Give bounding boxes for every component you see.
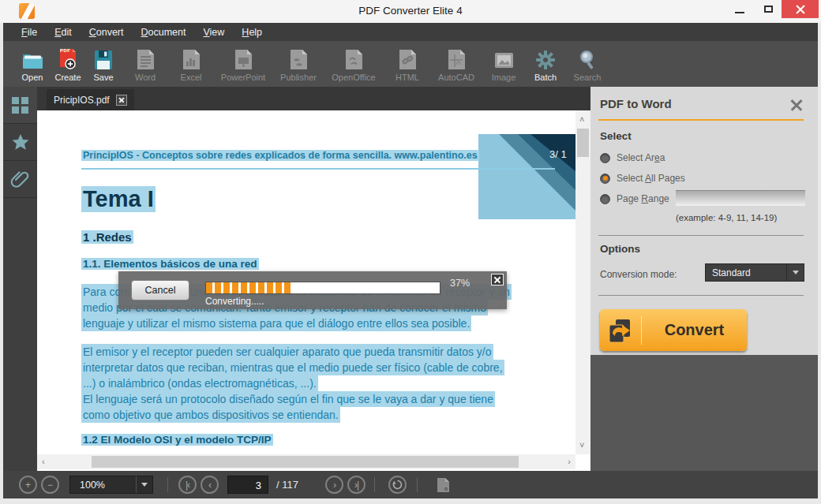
panel-content: PDF to Word Select Select Area Select Al… xyxy=(590,87,818,355)
horizontal-scrollbar[interactable]: ‹ › xyxy=(37,454,575,469)
dropdown-arrow[interactable] xyxy=(786,264,804,281)
status-separator xyxy=(167,477,168,492)
page-range-label: Page Range xyxy=(617,193,669,204)
openoffice-label: OpenOffice xyxy=(332,73,375,82)
page-range-input[interactable] xyxy=(676,190,805,206)
zoom-level-dropdown[interactable]: 100% xyxy=(69,476,153,494)
word-doc-icon xyxy=(137,47,155,70)
search-label: Search xyxy=(574,73,602,82)
pdf-viewport: 3/ 1 PrincipIOS - Conceptos sobre redes … xyxy=(37,110,590,471)
vertical-scroll-thumb[interactable] xyxy=(577,129,589,157)
word-label: Word xyxy=(135,73,156,82)
publisher-label: Publisher xyxy=(280,73,317,82)
rotate-page-button[interactable] xyxy=(388,476,407,494)
menu-bar: File Edit Convert Document View Help xyxy=(3,23,818,41)
scroll-down-icon[interactable]: ˅ xyxy=(579,441,584,450)
select-area-radio[interactable] xyxy=(600,153,610,163)
conversion-mode-dropdown[interactable]: Standard xyxy=(705,263,804,282)
attachments-panel-button[interactable] xyxy=(3,161,37,198)
scroll-left-icon[interactable]: ‹ xyxy=(42,457,45,466)
open-folder-icon xyxy=(21,47,43,70)
excel-doc-icon xyxy=(182,47,201,70)
powerpoint-button: PowerPoint xyxy=(213,47,273,87)
excel-label: Excel xyxy=(181,73,202,82)
zoom-out-button[interactable]: − xyxy=(41,476,59,494)
zoom-level-value: 100% xyxy=(70,480,136,491)
conversion-progress-dialog: Cancel 37% Converting..... xyxy=(118,271,507,309)
menu-convert[interactable]: Convert xyxy=(81,25,133,39)
previous-page-button[interactable]: ‹ xyxy=(201,476,219,494)
toolbar: Open PDF Create Save Word Excel xyxy=(3,41,818,87)
next-page-button[interactable]: › xyxy=(325,476,343,494)
menu-help[interactable]: Help xyxy=(233,25,271,39)
minimize-button[interactable] xyxy=(728,0,752,18)
html-label: HTML xyxy=(396,73,419,82)
open-button[interactable]: Open xyxy=(14,47,51,87)
scroll-right-icon[interactable]: › xyxy=(568,457,571,466)
select-all-pages-label: Select All Pages xyxy=(617,173,685,184)
doc-section-1: 1 .Redes xyxy=(81,230,133,244)
maximize-button[interactable] xyxy=(756,0,780,18)
panel-close-icon[interactable] xyxy=(789,98,804,112)
select-all-pages-radio[interactable] xyxy=(600,174,610,184)
rotate-icon xyxy=(392,480,403,490)
document-tab-label: PricipIOS.pdf xyxy=(54,95,110,106)
save-floppy-icon xyxy=(94,47,113,70)
page-range-example: (example: 4-9, 11, 14-19) xyxy=(676,213,777,222)
zoom-in-button[interactable]: + xyxy=(19,476,37,494)
close-button[interactable] xyxy=(782,0,819,18)
scroll-up-icon[interactable]: ˄ xyxy=(579,115,584,124)
progress-fill xyxy=(206,282,293,293)
app-window: PDF Converter Elite 4 File Edit Convert … xyxy=(0,0,821,504)
autocad-doc-icon: A xyxy=(448,47,466,70)
image-label: Image xyxy=(492,73,516,82)
cancel-button[interactable]: Cancel xyxy=(131,280,189,301)
save-label: Save xyxy=(93,73,113,82)
batch-gear-icon xyxy=(535,47,556,70)
menu-edit[interactable]: Edit xyxy=(46,25,81,39)
dialog-close-button[interactable] xyxy=(491,274,504,286)
convert-button[interactable]: Convert xyxy=(600,309,747,351)
document-tab[interactable]: PricipIOS.pdf xyxy=(47,89,134,110)
panel-title: PDF to Word xyxy=(600,97,672,110)
search-icon xyxy=(578,47,597,70)
save-button[interactable]: Save xyxy=(85,47,122,87)
chevron-down-icon xyxy=(793,271,799,274)
zoom-dropdown-arrow[interactable] xyxy=(136,476,152,493)
create-pdf-icon: PDF xyxy=(58,47,77,70)
select-area-label: Select Area xyxy=(617,152,665,163)
page-number-input[interactable]: 3 xyxy=(227,476,268,494)
conversion-mode-value: Standard xyxy=(706,267,786,278)
page-range-radio[interactable] xyxy=(600,194,610,204)
window-title: PDF Converter Elite 4 xyxy=(0,5,821,17)
attach-document-button xyxy=(434,476,452,494)
word-button: Word xyxy=(122,47,169,87)
menu-file[interactable]: File xyxy=(13,25,46,39)
thumbnails-panel-button[interactable] xyxy=(3,87,37,124)
tab-close-button[interactable] xyxy=(116,95,127,106)
menu-view[interactable]: View xyxy=(194,25,233,39)
progress-status: Converting..... xyxy=(205,296,264,307)
image-button: Image xyxy=(482,47,526,87)
last-page-button[interactable]: ›| xyxy=(347,476,366,494)
page-total-label: / 117 xyxy=(276,479,298,491)
select-all-pages-option[interactable]: Select All Pages xyxy=(600,173,685,184)
doc-header-line: PrincipIOS - Conceptos sobre redes expli… xyxy=(81,150,479,161)
page-corner-decoration: 3/ 1 xyxy=(478,134,576,219)
bookmarks-panel-button[interactable] xyxy=(3,124,37,161)
vertical-scrollbar[interactable]: ˄ ˅ xyxy=(575,110,590,454)
menu-document[interactable]: Document xyxy=(132,25,194,39)
page-range-option[interactable]: Page Range xyxy=(600,193,669,204)
create-button[interactable]: PDF Create xyxy=(51,47,85,87)
horizontal-scroll-thumb[interactable] xyxy=(92,456,519,468)
page-corner-label: 3/ 1 xyxy=(549,148,567,160)
first-page-button[interactable]: |‹ xyxy=(178,476,197,494)
convert-icon xyxy=(600,318,641,343)
dialog-close-icon xyxy=(494,277,500,283)
select-heading: Select xyxy=(600,130,632,142)
autocad-button: A AutoCAD xyxy=(431,47,482,87)
select-area-option[interactable]: Select Area xyxy=(600,152,665,163)
close-icon xyxy=(796,5,805,14)
powerpoint-label: PowerPoint xyxy=(221,73,265,82)
batch-button[interactable]: Batch xyxy=(526,47,565,87)
